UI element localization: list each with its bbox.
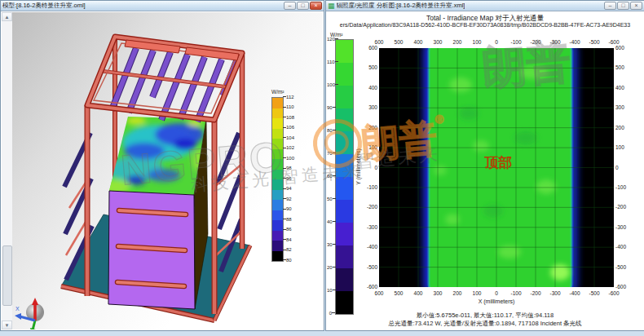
colorbar-tick-label: 98 [283,166,292,171]
x-axis-tick-label: -400 [569,39,580,46]
model-window: 模型:[8.16-2奥特曼往升室.oml] – □ × ▲ ▼ [0,0,324,331]
model-3d-viewport[interactable]: X W/m² 112110108106104102100989694929088… [12,12,323,329]
colorbar-segment [272,108,283,119]
colorbar-segment [272,129,283,139]
colorbar-segment [272,159,283,170]
colorbar-segment [336,291,353,314]
y-axis-tick-label: 300 [359,104,377,111]
y-axis-tick-label: -100 [359,184,377,191]
colorbar-tick-label: 120 [327,37,335,42]
x-axis-tick-label: 200 [453,39,462,46]
colorbar-segment [272,251,283,262]
close-button[interactable]: × [630,2,642,10]
y-axis-tick-label: -300 [359,224,377,231]
colorbar-segment [272,139,283,149]
stats-line-1: 最小值:5.6755e-011, 最大值:110.17, 平均值:94.118 [327,312,643,320]
colorbar-segment [272,98,283,108]
colorbar-tick-label: 92 [283,197,292,202]
x-axis-title: X (millimeters) [379,298,614,304]
colorbar-tick-label: 82 [283,247,292,253]
y-axis-tick-label: 0 [359,165,377,171]
y-axis-tick-label: 100 [615,144,640,151]
colorbar-segment [336,223,353,245]
x-axis-tick-label: 500 [395,39,404,46]
colorbar-segment [336,177,353,200]
colorbar-segment [272,170,283,180]
y-axis-arrow [33,321,35,329]
colorbar-tick-label: 102 [283,145,294,151]
irradiance-window: ▦ 辐照度/光照度 分析图:[8.16-2奥特曼往升室.xml] – □ × T… [325,0,644,331]
irradiance-map-canvas: 顶部 [379,48,614,287]
stats-line-2: 总光通量:73.412 W, 光通量/发射光通量:0.1894, 717108 … [327,320,643,328]
scrollbar-thumb[interactable] [2,245,12,306]
colorbar-tick-label: 80 [327,128,335,134]
colorbar-segment [336,40,353,63]
irradiance-client-area: Total - Irradiance Map 对于入射光通量 ers/Data/… [327,12,643,329]
colorbar-tick-label: 96 [283,176,292,182]
colorbar-segment [336,245,353,268]
colorbar-segment [336,154,353,177]
x-axis-tick-label: -500 [589,290,599,297]
colorbar-segment [336,108,353,131]
x-axis-tick-label: 100 [473,290,482,297]
maximize-button[interactable]: □ [297,2,309,10]
colorbar-tick-label: 70 [327,151,335,157]
x-axis-tick-label: 0 [495,39,498,46]
y-axis-tick-label: -400 [359,244,377,250]
x-axis-tick-label: -100 [510,290,521,297]
chart-source-path: ers/Data/Application/83C9A118-D562-410D-… [327,22,643,28]
vertical-scrollbar[interactable]: ▲ ▼ [2,12,13,329]
y-axis-tick-label: 300 [615,104,640,111]
colorbar-segment [336,86,353,108]
map-colorbar-swatch [335,39,354,315]
orientation-triad[interactable]: X [15,298,44,329]
x-axis-label: X [15,306,20,312]
equipment-box [101,110,216,309]
irradiance-map-plot[interactable]: 顶部 [379,48,614,287]
colorbar-segment [336,63,353,86]
close-button[interactable]: × [310,2,322,10]
colorbar-tick-label: 110 [327,60,335,65]
colorbar-tick-label: 108 [283,115,294,121]
map-colorbar: W/m² 1201101009080706050403020100 [327,32,355,319]
colorbar-tick-label: 90 [327,105,335,111]
y-axis-tick-label: -600 [359,284,377,290]
y-axis-tick-label: 200 [359,125,377,131]
y-axis-tick-label: 500 [359,64,377,71]
minimize-button[interactable]: – [604,2,616,10]
x-axis-tick-label: 100 [473,39,482,46]
y-axis-tick-label: 100 [359,144,377,151]
colorbar-segment [272,118,283,129]
y-axis-tick-label: -200 [359,204,377,210]
model-client-area: ▲ ▼ [2,12,323,329]
colorbar-tick-label: 90 [283,206,292,212]
y-axis-tick-label: -200 [615,204,640,210]
scroll-down-arrow[interactable]: ▼ [2,321,12,329]
colorbar-segment [272,241,283,251]
model-window-title: 模型:[8.16-2奥特曼往升室.oml] [2,2,86,10]
x-axis-tick-label: 300 [434,290,443,297]
colorbar-tick-label: 50 [327,197,335,202]
y-axis-tick-label: -500 [615,264,640,271]
analysis-doc-icon: ▦ [328,2,335,10]
colorbar-tick-label: 112 [283,95,294,100]
colorbar-tick-label: 86 [283,227,292,232]
model-window-titlebar[interactable]: 模型:[8.16-2奥特曼往升室.oml] – □ × [1,1,324,11]
minimize-button[interactable]: – [284,2,296,10]
irradiance-window-titlebar[interactable]: ▦ 辐照度/光照度 分析图:[8.16-2奥特曼往升室.xml] – □ × [326,1,644,11]
colorbar-tick-label: 94 [283,186,292,192]
colorbar-tick-label: 84 [283,237,292,243]
y-axis-tick-label: -600 [615,284,640,290]
colorbar-segment [272,190,283,201]
colorbar-tick-label: 30 [327,242,335,248]
x-axis-tick-label: -200 [530,39,540,46]
desktop: 模型:[8.16-2奥特曼往升室.oml] – □ × ▲ ▼ [0,0,644,336]
y-axis-tick-label: 600 [359,45,377,51]
maximize-button[interactable]: □ [617,2,629,10]
scroll-up-arrow[interactable]: ▲ [2,12,12,21]
region-annotation: 顶部 [483,155,512,170]
x-axis-tick-label: 400 [414,290,423,297]
x-axis-tick-label: -300 [549,39,560,46]
colorbar-segment [336,200,353,223]
colorbar-segment [272,200,283,210]
